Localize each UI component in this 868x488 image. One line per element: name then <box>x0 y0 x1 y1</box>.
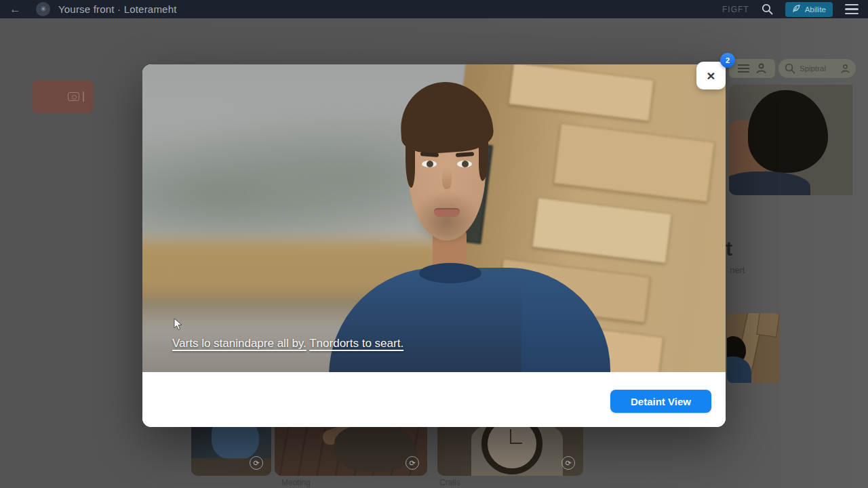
modal-footer: Detaint View <box>142 372 726 427</box>
background-heading-fragment: t <box>726 237 732 260</box>
app-logo-icon[interactable]: ✳ <box>36 2 50 16</box>
hamburger-menu-icon[interactable] <box>845 4 859 15</box>
photo-preview-modal: Varts lo stanindapre all by. Tnordorts t… <box>142 64 726 427</box>
nav-action-label: Abilite <box>805 5 826 14</box>
search-icon-small <box>785 63 795 74</box>
mini-search-label: Spiptral <box>800 64 837 73</box>
circular-arrow-icon[interactable]: ⟳ <box>250 456 263 470</box>
plank-shape <box>508 64 654 121</box>
detail-view-button[interactable]: Detaint View <box>610 390 711 413</box>
background-subtext-fragment: nert <box>730 265 745 275</box>
man-mouth <box>434 208 460 217</box>
page-title: Yourse front · Loterameht <box>58 3 177 15</box>
view-options-toolbar <box>729 59 775 78</box>
text-cursor-bar <box>83 92 84 102</box>
user-icon[interactable] <box>756 63 766 74</box>
back-arrow-icon[interactable]: ← <box>9 3 21 15</box>
plank-shape <box>756 313 780 338</box>
related-photo-thumbnail[interactable] <box>729 85 852 195</box>
nav-menu-text[interactable]: FIGFT <box>722 5 749 14</box>
list-icon[interactable] <box>738 64 749 73</box>
camera-icon <box>68 92 79 101</box>
thumb-shirt-shape <box>729 171 810 195</box>
photo-vignette <box>142 280 521 372</box>
gallery-card-label: Meoting <box>281 478 311 487</box>
preview-photo: Varts lo stanindapre all by. Tnordorts t… <box>142 64 726 372</box>
user-icon-small[interactable] <box>841 64 850 74</box>
man-nose <box>442 167 452 189</box>
nav-right-group: FIGFT Abilite <box>722 2 859 17</box>
upload-tile[interactable] <box>33 80 94 113</box>
photo-caption: Varts lo stanindapre all by. Tnordorts t… <box>172 337 403 350</box>
search-icon[interactable] <box>762 3 773 15</box>
notification-badge: 2 <box>720 53 735 68</box>
close-icon[interactable]: × <box>696 62 726 89</box>
card-body-shape <box>334 424 416 472</box>
plank-shape <box>532 197 672 264</box>
caption-link-1[interactable]: Varts lo stanindapre all by. <box>172 337 307 350</box>
man-eye <box>422 161 437 167</box>
related-photo-thumbnail-small[interactable] <box>727 313 780 383</box>
top-navbar: ← ✳ Yourse front · Loterameht FIGFT Abil… <box>0 0 868 18</box>
circular-arrow-icon[interactable]: ⟳ <box>406 456 419 470</box>
thumb-hair-shape <box>748 90 828 173</box>
feather-icon <box>792 4 801 14</box>
nav-action-button[interactable]: Abilite <box>785 2 833 17</box>
gallery-card-label: Cralls <box>439 478 460 487</box>
mini-search-bar[interactable]: Spiptral <box>778 59 856 78</box>
man-eye <box>457 161 472 167</box>
mouse-cursor-icon <box>174 318 183 333</box>
circular-arrow-icon[interactable]: ⟳ <box>561 456 575 470</box>
plank-shape <box>553 122 715 202</box>
caption-link-2[interactable]: Tnordorts to seart. <box>309 337 403 350</box>
